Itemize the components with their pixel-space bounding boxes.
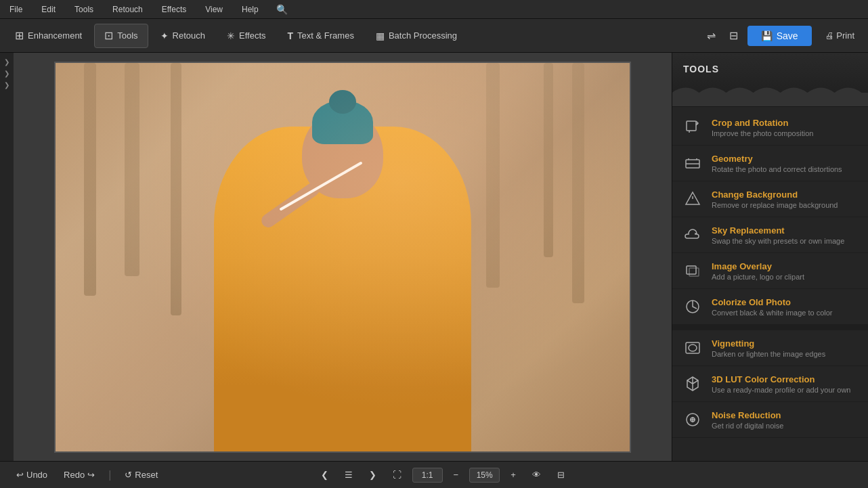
overlay-desc: Add a picture, logo or clipart	[712, 273, 804, 281]
colorize-desc: Convert black & white image to color	[712, 309, 833, 317]
tool-item-noise[interactable]: Noise Reduction Get rid of digital noise	[672, 402, 868, 438]
tool-item-overlay[interactable]: Image Overlay Add a picture, logo or cli…	[672, 253, 868, 289]
crop-rotation-name: Crop and Rotation	[712, 118, 813, 128]
reset-label: Reset	[135, 470, 158, 480]
tool-divider	[672, 325, 868, 330]
left-panel-arrow-3[interactable]: ❯	[4, 81, 9, 89]
overlay-text: Image Overlay Add a picture, logo or cli…	[712, 261, 804, 281]
batch-icon: ▦	[376, 30, 385, 41]
compare-view-icon: ⊟	[557, 470, 565, 480]
tool-item-vignetting[interactable]: Vignetting Darken or lighten the image e…	[672, 330, 868, 366]
redo-button[interactable]: Redo ↪	[58, 467, 100, 483]
3dlut-icon	[682, 373, 703, 395]
toolbar-effects-button[interactable]: ✳ Effects	[217, 24, 276, 48]
menu-view[interactable]: View	[201, 3, 227, 16]
browse-icon: ☰	[345, 470, 353, 480]
header-trees	[672, 79, 868, 106]
tool-item-change-bg[interactable]: Change Background Remove or replace imag…	[672, 181, 868, 217]
search-icon[interactable]: 🔍	[276, 4, 288, 15]
redo-icon: ↪	[87, 470, 95, 480]
print-label: Print	[836, 30, 854, 41]
text-frames-label: Text & Frames	[297, 30, 354, 41]
undo-button[interactable]: ↩ Undo	[11, 467, 53, 483]
noise-desc: Get rid of digital noise	[712, 422, 783, 430]
zoom-level-display: 15%	[469, 468, 500, 483]
zoom-out-button[interactable]: −	[448, 467, 464, 483]
effects-label: Effects	[239, 30, 266, 41]
menu-help[interactable]: Help	[238, 3, 263, 16]
retouch-icon: ✦	[160, 30, 169, 41]
print-button[interactable]: 🖨 Print	[817, 26, 863, 45]
vignetting-icon	[682, 337, 703, 359]
zoom-in-icon: +	[511, 470, 516, 480]
right-panel-header: TOOLS	[672, 53, 868, 107]
sky-desc: Swap the sky with presets or own image	[712, 237, 844, 245]
menu-retouch[interactable]: Retouch	[108, 3, 147, 16]
save-button[interactable]: 💾 Save	[747, 26, 812, 46]
noise-text: Noise Reduction Get rid of digital noise	[712, 410, 783, 430]
print-icon: 🖨	[825, 30, 834, 41]
left-panel-arrow-1[interactable]: ❯	[4, 58, 9, 66]
prev-button[interactable]: ❮	[316, 467, 334, 483]
tools-icon: ⊡	[104, 29, 113, 42]
undo-label: Undo	[26, 470, 47, 480]
reset-button[interactable]: ↺ Reset	[119, 467, 163, 483]
toolbar-retouch-button[interactable]: ✦ Retouch	[151, 24, 215, 48]
tool-item-geometry[interactable]: Geometry Rotate the photo and correct di…	[672, 146, 868, 181]
colorize-name: Colorize Old Photo	[712, 297, 833, 307]
3dlut-text: 3D LUT Color Correction Use a ready-made…	[712, 374, 850, 394]
toolbar-batch-button[interactable]: ▦ Batch Processing	[366, 24, 466, 48]
toolbar-tools-button[interactable]: ⊡ Tools	[94, 24, 148, 48]
enhancement-icon: ⊞	[15, 29, 24, 42]
crop-rotation-desc: Improve the photo composition	[712, 129, 813, 137]
right-panel: TOOLS Crop and Rotation Improve the phot…	[672, 53, 868, 461]
change-bg-name: Change Background	[712, 190, 838, 200]
toolbar-compare-button[interactable]: ⊟	[725, 25, 742, 46]
tool-item-sky[interactable]: Sky Replacement Swap the sky with preset…	[672, 217, 868, 253]
browse-button[interactable]: ☰	[339, 467, 358, 483]
compare-view-button[interactable]: ⊟	[552, 467, 570, 483]
tool-item-colorize[interactable]: Colorize Old Photo Convert black & white…	[672, 289, 868, 325]
fullscreen-button[interactable]: ⛶	[387, 467, 407, 483]
next-button[interactable]: ❯	[364, 467, 382, 483]
menu-file[interactable]: File	[5, 3, 26, 16]
eye-button[interactable]: 👁	[527, 467, 546, 483]
text-frames-icon: T	[288, 30, 294, 41]
tool-item-3dlut[interactable]: 3D LUT Color Correction Use a ready-made…	[672, 366, 868, 402]
change-bg-text: Change Background Remove or replace imag…	[712, 190, 838, 209]
toolbar-text-frames-button[interactable]: T Text & Frames	[278, 24, 364, 48]
zoom-ratio: 1:1	[412, 468, 443, 483]
vignetting-text: Vignetting Darken or lighten the image e…	[712, 338, 825, 358]
left-panel-arrow-2[interactable]: ❯	[4, 70, 9, 77]
redo-label: Redo	[64, 470, 85, 480]
eye-icon: 👁	[532, 470, 541, 480]
canvas-area	[14, 53, 672, 461]
menu-tools[interactable]: Tools	[70, 3, 97, 16]
menu-effects[interactable]: Effects	[158, 3, 190, 16]
toolbar-share-button[interactable]: ⇌	[703, 25, 720, 46]
save-label: Save	[777, 30, 798, 41]
geometry-desc: Rotate the photo and correct distortions	[712, 165, 842, 173]
sky-text: Sky Replacement Swap the sky with preset…	[712, 225, 844, 245]
zoom-out-icon: −	[454, 470, 459, 480]
bottom-center: ❮ ☰ ❯ ⛶ 1:1 − 15% + 👁 ⊟	[316, 467, 570, 483]
noise-name: Noise Reduction	[712, 410, 783, 420]
save-icon: 💾	[761, 30, 773, 41]
zoom-in-button[interactable]: +	[505, 467, 521, 483]
overlay-name: Image Overlay	[712, 261, 804, 271]
left-panel: ❯ ❯ ❯	[0, 53, 14, 461]
retouch-label: Retouch	[173, 30, 205, 41]
toolbar-enhancement-button[interactable]: ⊞ Enhancement	[5, 24, 91, 48]
batch-label: Batch Processing	[389, 30, 457, 41]
sky-icon	[682, 224, 703, 246]
canvas-image	[54, 62, 631, 453]
tool-item-crop-rotation[interactable]: Crop and Rotation Improve the photo comp…	[672, 110, 868, 146]
geometry-text: Geometry Rotate the photo and correct di…	[712, 154, 842, 173]
effects-icon: ✳	[227, 30, 235, 41]
undo-icon: ↩	[16, 470, 24, 480]
fullscreen-icon: ⛶	[393, 470, 402, 480]
menu-edit[interactable]: Edit	[37, 3, 60, 16]
colorize-text: Colorize Old Photo Convert black & white…	[712, 297, 833, 317]
svg-point-7	[689, 345, 697, 351]
photo-simulation	[56, 63, 630, 451]
